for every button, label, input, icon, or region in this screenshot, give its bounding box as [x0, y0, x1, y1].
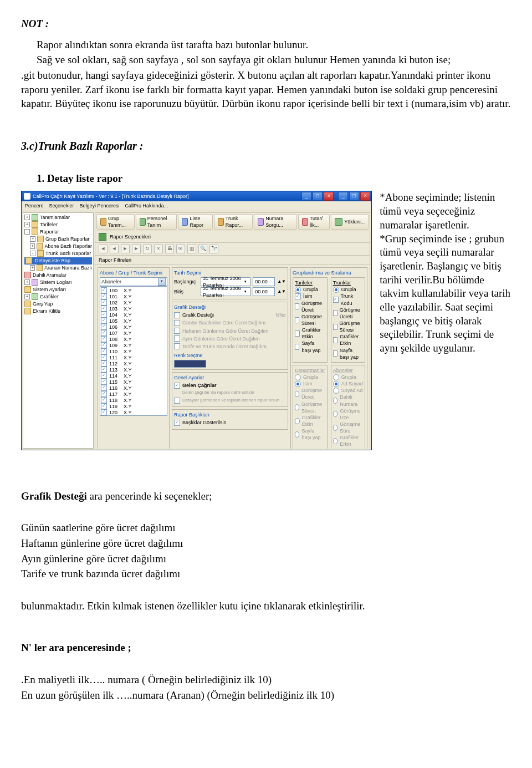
- list-item[interactable]: ✓110X.Y: [101, 348, 166, 354]
- radio-option[interactable]: [333, 381, 339, 387]
- list-item[interactable]: ✓101X.Y: [101, 293, 166, 299]
- toolbar-button[interactable]: Personel Tanım: [136, 214, 177, 230]
- renk-swatch[interactable]: [174, 360, 206, 368]
- list-item[interactable]: ✓106X.Y: [101, 324, 166, 330]
- list-checkbox[interactable]: ✓: [101, 287, 107, 293]
- abone-listbox[interactable]: ✓100X.Y✓101X.Y✓102X.Y✓103X.Y✓104X.Y✓105X…: [100, 286, 167, 416]
- ga2-cb[interactable]: [174, 398, 180, 404]
- nav-glyph[interactable]: ✉: [176, 245, 185, 253]
- list-checkbox[interactable]: ✓: [101, 354, 107, 360]
- bitis-date[interactable]: 31 Temmuz 2006 Pazartesi▾: [201, 287, 250, 296]
- tree-expander[interactable]: +: [24, 215, 30, 220]
- child-max-button[interactable]: □: [313, 192, 323, 201]
- menu-secenekler[interactable]: Seçenekler: [49, 202, 74, 209]
- list-checkbox[interactable]: ✓: [101, 379, 107, 385]
- child-close-button[interactable]: ×: [324, 192, 334, 201]
- tree-node-label[interactable]: Aranan Numara Bazlı: [44, 265, 92, 271]
- list-checkbox[interactable]: ✓: [101, 385, 107, 391]
- tree-node-label[interactable]: Trunk Bazlı Raporlar: [45, 250, 91, 257]
- radio-option[interactable]: [295, 287, 301, 293]
- tree-node-label[interactable]: Grafikler: [40, 293, 59, 300]
- list-item[interactable]: ✓107X.Y: [101, 330, 166, 336]
- nav-tree[interactable]: +Tanımlamalar+Tarifeler-Raporlar+Grup Ba…: [23, 212, 94, 449]
- checkbox-option[interactable]: [333, 310, 337, 316]
- menu-hakkinda[interactable]: CallPro Hakkında...: [125, 202, 168, 209]
- list-checkbox[interactable]: ✓: [101, 397, 107, 403]
- ga1-cb[interactable]: ✓: [174, 383, 180, 389]
- nav-glyph[interactable]: 🖶: [165, 245, 174, 253]
- checkbox-option[interactable]: [295, 344, 299, 350]
- nav-glyph[interactable]: 🔭: [209, 245, 218, 253]
- list-checkbox[interactable]: ✓: [101, 367, 107, 373]
- list-item[interactable]: ✓117X.Y: [101, 391, 166, 397]
- list-item[interactable]: ✓115X.Y: [101, 379, 166, 385]
- list-checkbox[interactable]: ✓: [101, 409, 107, 415]
- tree-node-label[interactable]: Tanımlamalar: [40, 214, 70, 221]
- list-item[interactable]: ✓109X.Y: [101, 342, 166, 348]
- list-checkbox[interactable]: ✓: [101, 318, 107, 324]
- radio-option[interactable]: [295, 374, 301, 380]
- baslik-cb[interactable]: ✓: [174, 420, 180, 426]
- menu-pencere[interactable]: Pencere: [25, 202, 44, 209]
- toolbar-button[interactable]: Grup Tanım...: [96, 214, 135, 230]
- list-checkbox[interactable]: ✓: [101, 299, 107, 306]
- nav-glyph[interactable]: ◄: [99, 245, 108, 253]
- g4-cb[interactable]: [174, 343, 180, 349]
- radio-option[interactable]: [333, 411, 338, 417]
- checkbox-option[interactable]: [295, 317, 299, 323]
- nav-glyph[interactable]: ►: [132, 245, 141, 253]
- checkbox-option[interactable]: [333, 324, 337, 330]
- tree-expander[interactable]: -: [30, 251, 35, 256]
- toolbar-button[interactable]: Tutar/İlk...: [298, 214, 330, 230]
- toolbar-button[interactable]: Liste Rapor: [178, 214, 212, 230]
- menu-belgeyi[interactable]: Belgeyi Penceresi: [80, 202, 120, 209]
- list-item[interactable]: ✓112X.Y: [101, 360, 166, 367]
- checkbox-option[interactable]: [333, 350, 337, 357]
- radio-option[interactable]: [333, 287, 339, 293]
- nav-glyph[interactable]: 🔍: [198, 245, 207, 253]
- child-min-button[interactable]: _: [301, 192, 311, 201]
- list-item[interactable]: ✓105X.Y: [101, 318, 166, 324]
- nav-glyph[interactable]: ▥: [187, 245, 196, 253]
- list-item[interactable]: ✓114X.Y: [101, 373, 166, 379]
- list-item[interactable]: ✓104X.Y: [101, 312, 166, 318]
- list-item[interactable]: ✓108X.Y: [101, 336, 166, 342]
- tree-node-label[interactable]: Ekranı Kilitle: [33, 308, 60, 314]
- list-item[interactable]: ✓113X.Y: [101, 367, 166, 373]
- list-checkbox[interactable]: ✓: [101, 306, 107, 312]
- list-item[interactable]: ✓102X.Y: [101, 299, 166, 306]
- list-item[interactable]: ✓119X.Y: [101, 403, 166, 409]
- nav-glyph[interactable]: ◄: [110, 245, 119, 253]
- min-button[interactable]: _: [338, 192, 348, 201]
- toolbar-button[interactable]: Trunk Rapor...: [214, 214, 253, 230]
- radio-option[interactable]: [333, 388, 339, 394]
- radio-option[interactable]: [295, 431, 299, 438]
- tree-expander[interactable]: +: [24, 279, 30, 285]
- list-checkbox[interactable]: ✓: [101, 312, 107, 318]
- list-checkbox[interactable]: ✓: [101, 330, 107, 336]
- tree-expander[interactable]: +: [24, 294, 30, 299]
- g2-cb[interactable]: [174, 328, 180, 334]
- tree-expander[interactable]: +: [30, 265, 35, 271]
- tree-node-label[interactable]: Tarifeler: [40, 221, 58, 228]
- radio-option[interactable]: [333, 374, 339, 380]
- checkbox-option[interactable]: ✓: [295, 293, 301, 299]
- close-button[interactable]: ×: [360, 192, 370, 201]
- abone-dropdown[interactable]: Aboneler ▾: [100, 277, 167, 286]
- list-item[interactable]: ✓111X.Y: [101, 354, 166, 360]
- list-checkbox[interactable]: ✓: [101, 348, 107, 354]
- tree-node-label[interactable]: Sistem Logları: [40, 279, 72, 286]
- checkbox-option[interactable]: [295, 303, 299, 309]
- max-button[interactable]: □: [349, 192, 359, 201]
- radio-option[interactable]: [333, 398, 338, 404]
- radio-option[interactable]: [295, 404, 299, 410]
- radio-option[interactable]: [333, 425, 337, 431]
- radio-option[interactable]: [295, 381, 301, 387]
- checkbox-option[interactable]: ✓: [333, 297, 339, 303]
- list-checkbox[interactable]: ✓: [101, 293, 107, 299]
- tree-node-label[interactable]: Giriş Yap: [33, 301, 53, 307]
- checkbox-option[interactable]: [333, 337, 338, 343]
- list-checkbox[interactable]: ✓: [101, 391, 107, 397]
- list-item[interactable]: ✓118X.Y: [101, 397, 166, 403]
- tree-node-label[interactable]: Detay/Liste Rap: [34, 257, 71, 264]
